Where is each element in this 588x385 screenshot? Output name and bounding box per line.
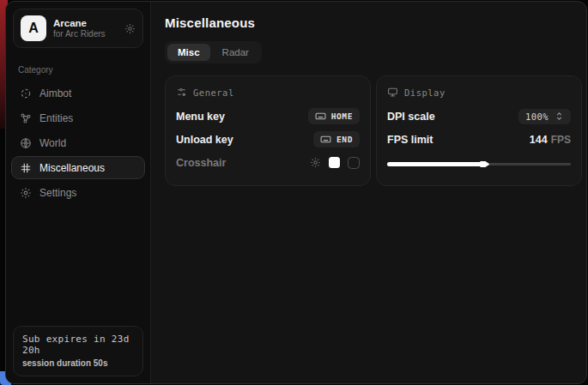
sliders-icon [176, 87, 187, 98]
menu-key-bind-button[interactable]: HOME [308, 108, 360, 124]
sidebar-item-label: Settings [39, 187, 76, 199]
unload-key-value: END [336, 135, 353, 144]
crosshair-row: Crosshair [176, 151, 360, 174]
fps-limit-label: FPS limit [387, 134, 433, 146]
fps-limit-row: FPS limit 144 FPS [387, 128, 571, 151]
sidebar-item-settings[interactable]: Settings [11, 181, 145, 204]
main-content: Miscellaneous Misc Radar General Menu ke… [151, 2, 587, 383]
sub-expiry-text: Sub expires in 23d 20h [22, 334, 134, 356]
brand-text: Arcane for Arc Riders [53, 18, 106, 39]
crosshair-controls [310, 157, 360, 169]
sidebar-item-entities[interactable]: Entities [11, 106, 145, 129]
brand-title: Arcane [53, 18, 106, 28]
crosshair-checkbox[interactable] [348, 157, 360, 169]
sidebar-item-miscellaneous[interactable]: Miscellaneous [11, 156, 145, 179]
unload-key-bind-button[interactable]: END [313, 131, 360, 147]
unload-key-label: Unload key [176, 134, 233, 146]
fps-number: 144 [530, 134, 548, 146]
tab-misc[interactable]: Misc [167, 44, 210, 61]
sidebar-item-aimbot[interactable]: Aimbot [11, 81, 145, 105]
scan-icon [20, 87, 32, 99]
sidebar: A Arcane for Arc Riders Category Aimbot … [6, 2, 151, 383]
entities-icon [20, 112, 32, 124]
general-panel-title: General [193, 87, 234, 98]
sidebar-nav: Aimbot Entities World Miscellaneous Sett… [6, 81, 150, 204]
fps-limit-slider[interactable] [387, 159, 571, 169]
panels-row: General Menu key HOME Unload key END [165, 75, 582, 186]
fps-limit-value: 144 FPS [530, 134, 571, 146]
menu-key-row: Menu key HOME [176, 105, 360, 128]
monitor-icon [387, 87, 398, 98]
dpi-scale-label: DPI scale [387, 111, 435, 123]
sidebar-item-label: Aimbot [39, 87, 71, 99]
brand-logo: A [21, 15, 46, 41]
crosshair-color-swatch[interactable] [329, 157, 340, 168]
display-panel-title: Display [404, 87, 446, 98]
general-panel: General Menu key HOME Unload key END [165, 75, 371, 186]
page-title: Miscellaneous [165, 15, 582, 30]
tab-radar[interactable]: Radar [212, 44, 259, 61]
sidebar-item-label: World [39, 137, 66, 149]
dpi-scale-row: DPI scale 100% [387, 105, 571, 128]
menu-key-value: HOME [331, 111, 353, 121]
slider-fill [387, 162, 484, 166]
display-panel-header: Display [387, 87, 571, 98]
gear-icon [20, 187, 32, 199]
dpi-scale-value: 100% [525, 111, 549, 122]
brand-card: A Arcane for Arc Riders [13, 9, 143, 48]
keyboard-icon [320, 134, 331, 145]
tab-bar: Misc Radar [165, 41, 262, 63]
category-label: Category [18, 65, 138, 75]
general-panel-header: General [176, 87, 360, 98]
sidebar-item-world[interactable]: World [11, 131, 145, 154]
globe-icon [20, 137, 32, 149]
grid-icon [20, 162, 32, 174]
display-panel: Display DPI scale 100% FPS limit 144 FPS [376, 75, 582, 186]
brand-subtitle: for Arc Riders [53, 29, 106, 39]
fps-unit: FPS [551, 134, 571, 146]
crosshair-settings-icon[interactable] [310, 157, 321, 168]
sidebar-item-label: Entities [39, 112, 73, 124]
sidebar-item-label: Miscellaneous [39, 162, 105, 174]
unload-key-row: Unload key END [176, 128, 360, 151]
menu-key-label: Menu key [176, 111, 225, 123]
session-duration-text: session duration 50s [22, 358, 134, 368]
slider-thumb[interactable] [480, 159, 489, 169]
dpi-scale-select[interactable]: 100% [518, 109, 571, 124]
brand-gear-icon[interactable] [124, 23, 136, 34]
chevrons-up-down-icon [555, 111, 564, 121]
app-window: A Arcane for Arc Riders Category Aimbot … [5, 1, 587, 384]
crosshair-label: Crosshair [176, 157, 226, 169]
subscription-status-box: Sub expires in 23d 20h session duration … [13, 326, 143, 376]
keyboard-icon [315, 111, 326, 122]
